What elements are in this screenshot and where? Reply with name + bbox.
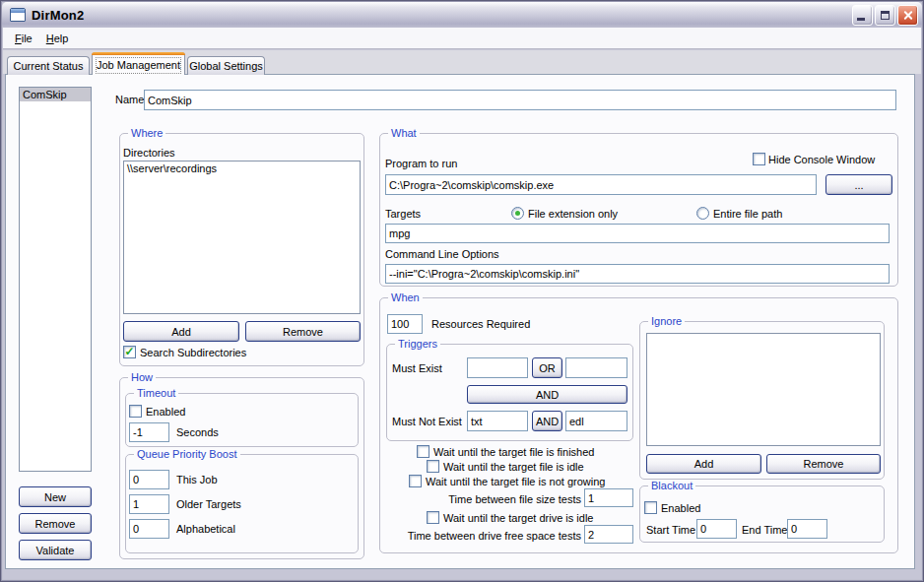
alphabetical-input[interactable] <box>129 519 169 539</box>
job-listbox[interactable]: ComSkip <box>19 87 92 472</box>
command-line-options-label: Command Line Options <box>385 248 499 261</box>
program-to-run-input[interactable] <box>385 174 817 195</box>
triggers-and-button[interactable]: AND <box>467 385 627 404</box>
app-icon <box>10 8 26 22</box>
browse-program-button[interactable]: ... <box>825 174 892 195</box>
ignore-group-title: Ignore <box>648 315 685 327</box>
file-size-tests-label: Time between file size tests <box>448 493 581 506</box>
name-label: Name <box>115 94 144 106</box>
wait-file-idle-label: Wait until the target file is idle <box>443 461 584 474</box>
timeout-group-title: Timeout <box>134 387 178 399</box>
where-group-title: Where <box>128 127 165 139</box>
file-size-tests-input[interactable] <box>584 488 633 507</box>
wait-file-idle-checkbox[interactable]: ✓ <box>427 460 439 473</box>
resources-required-input[interactable] <box>387 314 423 334</box>
timeout-enabled-label: Enabled <box>146 406 185 419</box>
triggers-group-title: Triggers <box>395 338 440 350</box>
wait-drive-idle-label: Wait until the target drive is idle <box>443 512 593 525</box>
directories-label: Directories <box>123 147 175 160</box>
minimize-button[interactable] <box>852 5 873 26</box>
resources-required-label: Resources Required <box>431 318 530 331</box>
alphabetical-label: Alphabetical <box>176 523 235 536</box>
must-exist-input-1[interactable] <box>467 357 528 378</box>
search-subdirectories-label: Search Subdirectories <box>140 347 246 359</box>
targets-input[interactable] <box>385 224 890 243</box>
blackout-start-input[interactable] <box>696 519 737 539</box>
blackout-start-label: Start Time <box>646 524 695 537</box>
ignore-remove-button[interactable]: Remove <box>766 454 881 474</box>
command-line-options-input[interactable] <box>385 264 890 284</box>
job-list-item[interactable]: ComSkip <box>20 88 91 101</box>
when-group-title: When <box>388 291 423 303</box>
must-not-exist-input-1[interactable] <box>467 411 528 431</box>
blackout-group-title: Blackout <box>648 480 695 491</box>
file-extension-only-label: File extension only <box>528 208 618 221</box>
menu-bar: File Help <box>3 28 921 49</box>
what-group-title: What <box>388 127 420 139</box>
wait-file-not-growing-checkbox[interactable]: ✓ <box>409 475 422 487</box>
blackout-end-label: End Time <box>742 524 787 537</box>
entire-file-path-label: Entire file path <box>713 208 782 221</box>
entire-file-path-radio[interactable] <box>696 207 709 220</box>
maximize-button[interactable] <box>875 5 895 26</box>
check-icon: ✓ <box>124 347 134 357</box>
close-button[interactable] <box>897 5 918 26</box>
must-exist-label: Must Exist <box>392 362 442 375</box>
close-icon <box>902 10 913 21</box>
must-not-exist-input-2[interactable] <box>565 411 627 431</box>
maximize-icon <box>881 11 890 20</box>
file-extension-only-radio[interactable] <box>511 207 524 220</box>
drive-space-tests-label: Time between drive free space tests <box>404 530 581 543</box>
search-subdirectories-checkbox[interactable]: ✓ <box>123 346 136 358</box>
directory-item[interactable]: \\server\recordings <box>124 162 360 175</box>
title-bar[interactable]: DirMon2 <box>2 2 922 28</box>
hide-console-checkbox[interactable]: ✓ <box>753 153 765 165</box>
must-exist-or-button[interactable]: OR <box>532 357 562 378</box>
wait-drive-idle-checkbox[interactable]: ✓ <box>427 511 439 524</box>
tab-global-settings[interactable]: Global Settings <box>187 56 265 75</box>
radio-dot-icon <box>515 211 520 216</box>
wait-file-not-growing-label: Wait until the target file is not growin… <box>426 476 605 488</box>
ignore-listbox[interactable] <box>646 333 881 446</box>
timeout-seconds-label: Seconds <box>176 426 219 439</box>
directories-listbox[interactable]: \\server\recordings <box>123 161 361 314</box>
wait-file-finished-checkbox[interactable]: ✓ <box>417 445 429 458</box>
menu-file[interactable]: File <box>8 31 39 46</box>
drive-space-tests-input[interactable] <box>584 525 633 544</box>
ignore-add-button[interactable]: Add <box>646 454 761 474</box>
minimize-icon <box>857 18 865 21</box>
menu-help[interactable]: Help <box>39 31 76 46</box>
new-job-button[interactable]: New <box>19 486 92 507</box>
must-not-exist-and-button[interactable]: AND <box>532 411 562 431</box>
program-to-run-label: Program to run <box>385 158 457 170</box>
tab-job-management[interactable]: Job Management <box>92 52 185 75</box>
window-title: DirMon2 <box>32 8 84 23</box>
wait-file-finished-label: Wait until the target file is finished <box>433 446 594 459</box>
this-job-label: This Job <box>176 474 218 486</box>
queue-priority-boost-title: Queue Priority Boost <box>134 448 240 460</box>
this-job-input[interactable] <box>129 470 169 489</box>
must-not-exist-label: Must Not Exist <box>392 416 462 428</box>
directories-add-button[interactable]: Add <box>123 321 239 342</box>
hide-console-label: Hide Console Window <box>768 154 875 166</box>
how-group-title: How <box>128 371 156 383</box>
app-window: DirMon2 File Help Current Status Job Man… <box>0 0 924 582</box>
blackout-enabled-checkbox[interactable]: ✓ <box>644 501 657 514</box>
remove-job-button[interactable]: Remove <box>19 513 92 534</box>
tab-current-status[interactable]: Current Status <box>7 56 90 75</box>
targets-label: Targets <box>385 208 421 221</box>
older-targets-label: Older Targets <box>176 498 241 511</box>
name-input[interactable] <box>144 90 896 110</box>
window-controls <box>852 5 918 26</box>
timeout-seconds-input[interactable] <box>129 422 169 442</box>
blackout-enabled-label: Enabled <box>661 502 700 515</box>
timeout-enabled-checkbox[interactable]: ✓ <box>129 405 142 418</box>
must-exist-input-2[interactable] <box>565 357 627 378</box>
validate-job-button[interactable]: Validate <box>19 540 92 560</box>
blackout-end-input[interactable] <box>787 519 827 539</box>
directories-remove-button[interactable]: Remove <box>245 321 361 342</box>
older-targets-input[interactable] <box>129 494 169 514</box>
